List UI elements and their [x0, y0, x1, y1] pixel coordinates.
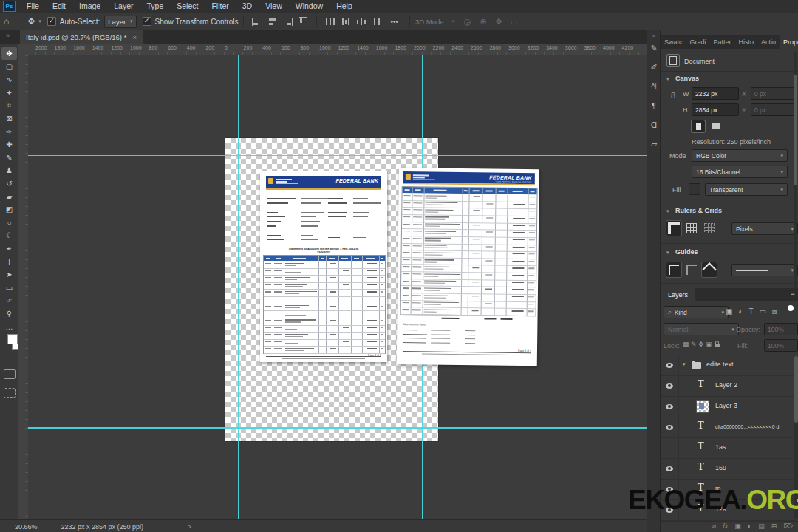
- tab-layers[interactable]: Layers: [661, 288, 695, 301]
- zoom-tool[interactable]: ⚲: [1, 307, 17, 320]
- tab-overflow-icon[interactable]: »: [6, 32, 10, 39]
- eye-icon[interactable]: [666, 466, 673, 471]
- layer-row[interactable]: TLayer 2: [661, 375, 795, 397]
- distribute-spacing-icon[interactable]: [372, 18, 381, 26]
- layer-group-icon[interactable]: ▤: [758, 522, 765, 530]
- more-options-icon[interactable]: •••: [390, 18, 398, 26]
- crop-tool[interactable]: ⌗: [1, 99, 17, 112]
- move-tool-preset-icon[interactable]: ✥: [27, 16, 35, 27]
- menu-file[interactable]: File: [20, 0, 46, 13]
- group-expand-icon[interactable]: ▾: [683, 361, 686, 367]
- chevron-down-icon[interactable]: ▾: [666, 208, 669, 214]
- tab-swatc[interactable]: Swatc: [661, 35, 686, 49]
- brushes-icon[interactable]: ✐: [647, 63, 661, 72]
- tab-gradi[interactable]: Gradi: [686, 35, 710, 49]
- layer-row[interactable]: Layer 3: [661, 396, 795, 417]
- toggle-rulers-button[interactable]: [666, 221, 681, 236]
- menu-help[interactable]: Help: [330, 0, 359, 13]
- menu-filter[interactable]: Filter: [205, 0, 235, 13]
- menu-type[interactable]: Type: [140, 0, 170, 13]
- visibility-cell[interactable]: [661, 437, 679, 458]
- align-center-h-icon[interactable]: [267, 18, 277, 26]
- eye-icon[interactable]: [666, 404, 673, 409]
- eyedropper-tool[interactable]: ✑: [1, 126, 17, 138]
- layer-row[interactable]: T169: [661, 458, 795, 480]
- menu-edit[interactable]: Edit: [46, 0, 72, 13]
- close-tab-icon[interactable]: ×: [132, 33, 137, 41]
- filter-smart-objects-icon[interactable]: ⧈: [772, 307, 777, 316]
- tab-patter[interactable]: Patter: [710, 35, 735, 49]
- orientation-portrait-button[interactable]: [692, 120, 705, 132]
- visibility-cell[interactable]: [661, 375, 679, 396]
- chevron-down-icon[interactable]: ▾: [38, 18, 41, 24]
- align-top-icon[interactable]: [299, 17, 307, 27]
- rulers-grids-section-title[interactable]: Rulers & Grids: [675, 207, 722, 214]
- eye-icon[interactable]: [666, 425, 673, 430]
- auto-select-target-dropdown[interactable]: Layer ▾: [104, 16, 136, 28]
- auto-select-checkbox[interactable]: ✓: [47, 17, 56, 26]
- menu-select[interactable]: Select: [170, 0, 205, 13]
- marquee-tool[interactable]: ▢: [1, 61, 17, 73]
- ruler-corner[interactable]: [18, 44, 29, 56]
- character-panel-icon[interactable]: A|: [647, 82, 661, 89]
- delete-layer-icon[interactable]: ⌦: [783, 522, 793, 530]
- top-ruler[interactable]: 2000180016001400120010008006004002000200…: [28, 44, 647, 56]
- toggle-pixel-grid-button[interactable]: [702, 221, 717, 236]
- properties-scrollbar[interactable]: [794, 52, 797, 300]
- brush-settings-icon[interactable]: ✎: [647, 44, 661, 53]
- move-tool[interactable]: ✥: [1, 47, 17, 60]
- vertical-guide[interactable]: [238, 55, 239, 519]
- screen-mode-button[interactable]: [4, 388, 16, 398]
- frame-tool[interactable]: ⊠: [1, 112, 17, 125]
- fill-swatch[interactable]: [689, 183, 700, 195]
- collapse-dock-icon[interactable]: »: [647, 33, 661, 39]
- height-field[interactable]: 2854 px: [692, 103, 739, 116]
- shape-tool[interactable]: ▭: [1, 282, 17, 294]
- layers-menu-icon[interactable]: ≡: [787, 288, 798, 301]
- layer-effects-icon[interactable]: fx: [723, 522, 728, 530]
- guides-section-title[interactable]: Guides: [675, 248, 698, 256]
- filtering-toggle[interactable]: [788, 305, 794, 311]
- status-chevron-icon[interactable]: >: [188, 523, 191, 531]
- type-layer-icon[interactable]: T: [698, 378, 704, 389]
- gradient-tool[interactable]: ◩: [1, 203, 17, 216]
- glyphs-panel-icon[interactable]: Ɑ: [647, 120, 661, 129]
- pen-tool[interactable]: ✒: [1, 242, 17, 255]
- more-tools[interactable]: …: [1, 321, 17, 333]
- document-tab[interactable]: Italy id.psd @ 20.7% (RGB/16) * ×: [20, 30, 143, 44]
- foreground-color-swatch[interactable]: [7, 334, 18, 344]
- layer-row[interactable]: T1as: [661, 437, 795, 459]
- tab-properties[interactable]: Properties: [780, 35, 798, 49]
- chevron-down-icon[interactable]: ▾: [666, 76, 669, 82]
- quick-mask-button[interactable]: [4, 369, 16, 379]
- visibility-cell[interactable]: [661, 458, 679, 479]
- filter-type-layers-icon[interactable]: T: [749, 307, 754, 316]
- horizontal-guide[interactable]: [28, 427, 647, 429]
- layer-thumbnail[interactable]: [696, 400, 709, 413]
- layer-row[interactable]: ▾edite text: [661, 355, 795, 376]
- 3d-panel-icon[interactable]: ▱: [647, 140, 661, 149]
- new-layer-icon[interactable]: ⊞: [771, 522, 777, 530]
- fill-dropdown[interactable]: Transparent▾: [705, 183, 788, 196]
- left-ruler[interactable]: [18, 55, 29, 519]
- clone-stamp-tool[interactable]: ♟: [1, 164, 17, 177]
- horizontal-guide[interactable]: [28, 155, 647, 156]
- type-layer-icon[interactable]: T: [698, 420, 704, 431]
- chevron-down-icon[interactable]: ▾: [666, 250, 669, 256]
- align-left-icon[interactable]: [252, 18, 262, 26]
- lasso-tool[interactable]: ∿: [1, 73, 17, 86]
- bit-depth-dropdown[interactable]: 16 Bits/Channel▾: [692, 166, 788, 178]
- paragraph-panel-icon[interactable]: ¶: [647, 101, 661, 110]
- ruler-units-dropdown[interactable]: Pixels▾: [732, 222, 798, 235]
- layer-mask-icon[interactable]: ▣: [734, 522, 741, 530]
- adjustment-layer-icon[interactable]: ◐: [748, 522, 751, 530]
- type-tool[interactable]: T: [1, 256, 17, 268]
- link-layers-icon[interactable]: ∞: [712, 522, 716, 530]
- menu-3d[interactable]: 3D: [236, 0, 259, 13]
- eye-icon[interactable]: [666, 363, 673, 368]
- path-select-tool[interactable]: ➤: [1, 268, 17, 281]
- hand-tool[interactable]: ☞: [1, 294, 17, 307]
- home-icon[interactable]: ⌂: [4, 16, 9, 27]
- layer-row[interactable]: Tcita0000000...<<<<<<<<0 d: [661, 417, 795, 438]
- filter-adjustment-layers-icon[interactable]: ◐: [738, 307, 743, 316]
